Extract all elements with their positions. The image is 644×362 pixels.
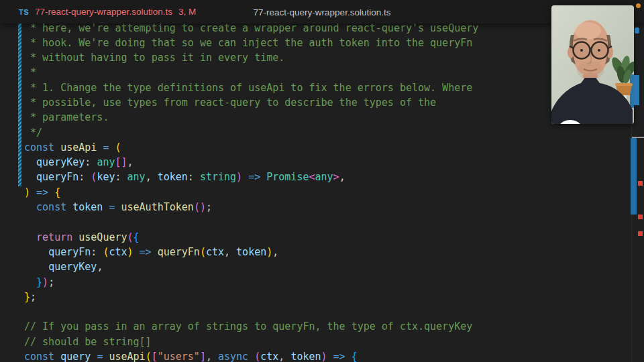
error-marker[interactable] — [638, 181, 643, 186]
presenter-webcam[interactable] — [551, 5, 634, 124]
git-modified-gutter-indicator — [18, 20, 21, 186]
error-marker[interactable] — [638, 215, 643, 219]
code-line[interactable]: // should be string[] — [24, 335, 478, 349]
presenter-photo — [551, 5, 634, 124]
status-dot-icon — [636, 3, 641, 8]
code-line[interactable]: const query = useApi(["users"], async (c… — [24, 349, 478, 362]
code-line[interactable]: * without having to pass it in every tim… — [24, 50, 478, 65]
code-line[interactable]: * 1. Change the type definitions of useA… — [24, 80, 478, 95]
scrollbar-top-segment[interactable] — [635, 27, 639, 34]
code-line[interactable]: }); — [24, 275, 478, 290]
tab-decorations: 3, M — [178, 7, 196, 17]
error-marker[interactable] — [638, 231, 643, 236]
tab-filename: 77-react-query-wrapper.solution.ts — [35, 7, 172, 17]
code-line[interactable]: */ — [24, 125, 478, 140]
code-line[interactable] — [24, 304, 478, 319]
overview-ruler[interactable] — [631, 0, 644, 362]
code-line[interactable]: // If you pass in an array of strings to… — [24, 319, 478, 334]
code-line[interactable]: const useApi = ( — [24, 140, 478, 155]
code-lines: * here, we're attempting to create a wra… — [24, 21, 478, 362]
code-line[interactable]: * hook. We're doing that so we can injec… — [24, 36, 478, 50]
code-line[interactable]: ) => { — [24, 185, 478, 200]
editor-pane: * here, we're attempting to create a wra… — [0, 0, 644, 362]
code-line[interactable]: }; — [24, 290, 478, 304]
titlebar: TS 77-react-query-wrapper.solution.ts 3,… — [0, 0, 644, 23]
scrollbar-modified-segment — [631, 138, 637, 215]
code-line[interactable]: * possible, use types from react-query t… — [24, 95, 478, 110]
code-line[interactable] — [24, 215, 478, 229]
code-line[interactable]: queryFn: (key: any, token: string) => Pr… — [24, 170, 478, 184]
typescript-file-icon: TS — [19, 8, 29, 16]
code-line[interactable]: * — [24, 65, 478, 80]
code-line[interactable]: queryKey, — [24, 259, 478, 274]
window-title: 77-react-query-wrapper.solution.ts — [254, 7, 391, 17]
scrollbar-thumb[interactable] — [634, 75, 639, 105]
code-line[interactable]: queryKey: any[], — [24, 155, 478, 170]
code-line[interactable]: * parameters. — [24, 110, 478, 125]
vscode-window: * here, we're attempting to create a wra… — [0, 0, 644, 362]
code-line[interactable]: queryFn: (ctx) => queryFn(ctx, token), — [24, 245, 478, 259]
code-line[interactable]: const token = useAuthToken(); — [24, 200, 478, 215]
code-line[interactable]: return useQuery({ — [24, 230, 478, 245]
active-tab[interactable]: TS 77-react-query-wrapper.solution.ts 3,… — [0, 7, 196, 17]
